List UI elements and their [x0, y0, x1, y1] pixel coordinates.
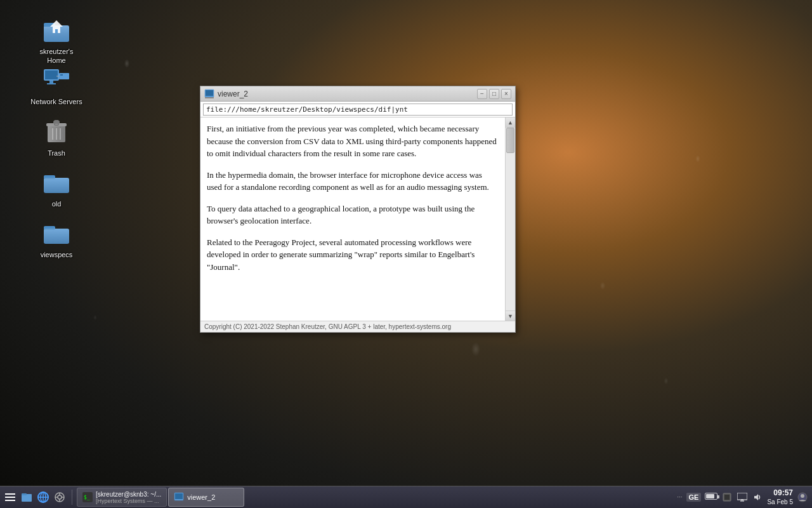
network-servers-icon — [41, 64, 72, 95]
viewer-window: viewer_2 − □ × First, an initiative from… — [200, 86, 516, 333]
svg-rect-34 — [22, 493, 27, 495]
screen-icon[interactable] — [737, 491, 748, 503]
viewer-taskbar-icon — [174, 492, 184, 502]
scroll-up-button[interactable]: ▲ — [506, 117, 516, 128]
svg-rect-31 — [5, 497, 15, 498]
desktop-icon-network-servers[interactable]: Network Servers — [28, 62, 85, 109]
svg-marker-54 — [754, 494, 758, 500]
network-button[interactable] — [52, 490, 67, 505]
svg-rect-26 — [44, 229, 69, 244]
paragraph-4: Related to the Peeragogy Project, severa… — [207, 236, 499, 274]
taskbar: $_ [skreutzer@sknb3: ~/... [Hypertext Sy… — [0, 486, 812, 508]
desktop-icon-trash[interactable]: Trash — [28, 113, 85, 160]
svg-rect-5 — [55, 29, 58, 33]
window-title: viewer_2 — [218, 90, 477, 98]
trash-icon-label: Trash — [48, 149, 65, 157]
volume-icon[interactable] — [752, 491, 763, 503]
trash-icon — [41, 116, 72, 146]
terminal-app-subtitle: [Hypertext Systems — ... — [96, 498, 161, 504]
paragraph-1: First, an initiative from the previous y… — [207, 123, 499, 160]
power-icon[interactable] — [721, 491, 733, 503]
status-bar: Copyright (C) 2021-2022 Stephan Kreutzer… — [200, 321, 515, 332]
desktop: skreutzer's Home Network Servers — [0, 0, 812, 508]
svg-rect-23 — [44, 178, 69, 193]
scrollbar-thumb[interactable] — [506, 128, 514, 153]
keyboard-layout-indicator[interactable]: GE — [686, 493, 702, 502]
svg-point-56 — [801, 494, 804, 498]
taskbar-terminal-button[interactable]: $_ [skreutzer@sknb3: ~/... [Hypertext Sy… — [77, 488, 167, 507]
scroll-down-button[interactable]: ▼ — [506, 311, 516, 321]
taskbar-right: ··· GE — [673, 488, 812, 507]
desktop-icon-viewspecs[interactable]: viewspecs — [28, 215, 85, 262]
viewer-app-icon — [204, 89, 214, 99]
copyright-text: Copyright (C) 2021-2022 Stephan Kreutzer… — [204, 323, 451, 330]
old-icon-label: old — [52, 199, 62, 208]
maximize-button[interactable]: □ — [489, 89, 499, 99]
close-button[interactable]: × — [501, 89, 511, 99]
home-folder-icon — [41, 14, 72, 44]
session-icon[interactable] — [797, 491, 808, 503]
viewer-app-label: viewer_2 — [187, 493, 215, 501]
viewspecs-icon-label: viewspecs — [41, 250, 73, 259]
paragraph-3: To query data attached to a geographical… — [207, 203, 499, 227]
svg-rect-48 — [175, 493, 183, 499]
scrollbar-track[interactable] — [506, 128, 515, 311]
document-text[interactable]: First, an initiative from the previous y… — [200, 117, 505, 321]
svg-rect-51 — [737, 493, 747, 500]
svg-rect-9 — [60, 74, 63, 76]
desktop-icon-home[interactable]: skreutzer's Home — [28, 11, 85, 68]
vertical-scrollbar[interactable]: ▲ ▼ — [505, 117, 515, 321]
clock-date: Sa Feb 5 — [767, 498, 793, 507]
svg-rect-29 — [205, 97, 214, 98]
terminal-app-label: [skreutzer@sknb3: ~/... — [96, 491, 161, 498]
svg-rect-32 — [5, 500, 15, 501]
clock-time: 09:57 — [767, 488, 793, 498]
svg-rect-7 — [45, 70, 58, 79]
svg-rect-10 — [49, 81, 53, 83]
svg-point-40 — [58, 495, 62, 499]
system-clock[interactable]: 09:57 Sa Feb 5 — [767, 488, 793, 507]
url-bar — [200, 102, 515, 117]
svg-rect-30 — [5, 493, 15, 495]
svg-rect-50 — [724, 495, 730, 500]
taskbar-left-icons — [0, 490, 70, 505]
taskbar-separator-1 — [72, 490, 72, 505]
window-titlebar: viewer_2 − □ × — [200, 86, 515, 102]
app-menu-button[interactable] — [3, 490, 18, 505]
window-content: First, an initiative from the previous y… — [200, 117, 515, 321]
files-button[interactable] — [19, 490, 34, 505]
paragraph-2: In the hypermedia domain, the browser in… — [207, 169, 499, 194]
desktop-icon-old[interactable]: old — [28, 164, 85, 211]
svg-text:$_: $_ — [84, 495, 90, 500]
battery-indicator — [705, 493, 717, 501]
svg-rect-8 — [59, 73, 69, 79]
taskbar-apps: $_ [skreutzer@sknb3: ~/... [Hypertext Sy… — [74, 486, 673, 508]
terminal-icon: $_ — [82, 492, 93, 502]
viewspecs-folder-icon — [41, 217, 72, 248]
minimize-button[interactable]: − — [477, 89, 487, 99]
taskbar-viewer-button[interactable]: viewer_2 — [168, 488, 244, 507]
url-input[interactable] — [203, 104, 513, 116]
network-servers-icon-label: Network Servers — [30, 97, 82, 106]
window-controls: − □ × — [477, 89, 511, 99]
browser-button[interactable] — [36, 490, 51, 505]
notification-dots: ··· — [677, 493, 682, 500]
svg-rect-11 — [47, 83, 56, 84]
old-folder-icon — [41, 166, 72, 197]
svg-rect-28 — [206, 90, 213, 96]
